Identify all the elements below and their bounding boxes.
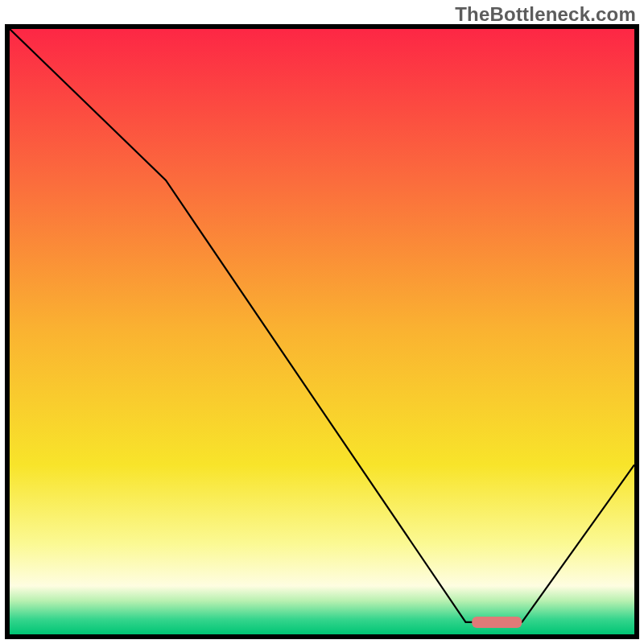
plot-frame: [5, 24, 639, 639]
optimal-range-marker: [472, 617, 522, 628]
bottleneck-plot: [10, 29, 634, 634]
chart-container: TheBottleneck.com: [0, 0, 644, 644]
watermark-text: TheBottleneck.com: [455, 3, 636, 26]
